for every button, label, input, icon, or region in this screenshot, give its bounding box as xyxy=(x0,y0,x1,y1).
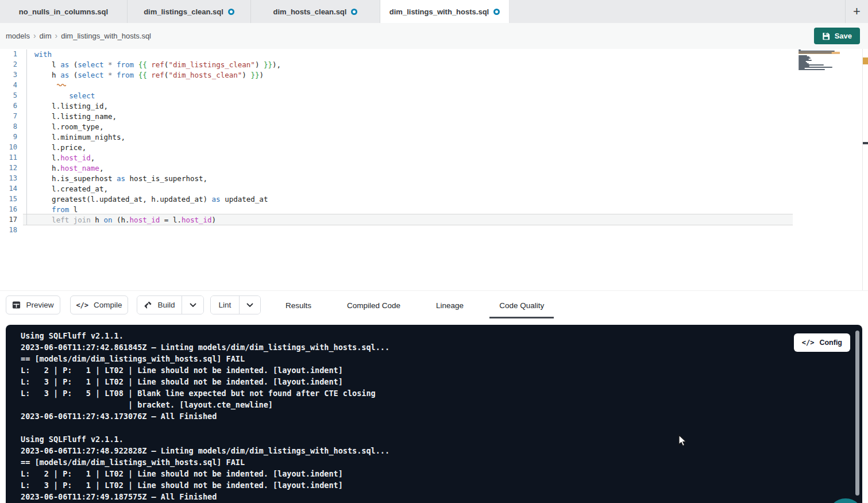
compile-button[interactable]: </> Compile xyxy=(70,295,128,314)
breadcrumb-item-dim: dim xyxy=(40,32,52,40)
build-split-button: Build xyxy=(137,295,204,314)
terminal-line: L: 3 | P: 5 | LT08 | Blank line expected… xyxy=(21,387,389,399)
terminal-line: Using SQLFluff v2.1.1. xyxy=(21,433,389,445)
build-label: Build xyxy=(157,301,175,309)
code-line: 7 l.listing_name, xyxy=(0,111,868,121)
code-line-text: l.host_id, xyxy=(23,153,95,162)
lint-dropdown-button[interactable] xyxy=(239,296,260,314)
preview-label: Preview xyxy=(26,301,53,309)
code-line-text: l.listing_name, xyxy=(23,112,117,121)
code-editor[interactable]: 1with2 l as (select * from {{ ref("dim_l… xyxy=(0,49,868,290)
line-number: 12 xyxy=(0,164,23,172)
code-line: 9 l.minimum_nights, xyxy=(0,132,868,142)
editor-tab-dim-hosts-clean-sql[interactable]: dim_hosts_clean.sql xyxy=(251,0,380,23)
terminal-scrollbar[interactable] xyxy=(855,331,859,496)
line-number: 1 xyxy=(0,50,23,58)
code-line: 16 from l xyxy=(0,204,868,214)
terminal-line: L: 3 | P: 1 | LT02 | Line should not be … xyxy=(21,376,389,387)
overview-ruler xyxy=(862,49,863,290)
config-label: Config xyxy=(819,339,842,347)
unsaved-dot-icon xyxy=(351,9,357,15)
terminal-line: Using SQLFluff v2.1.1. xyxy=(21,330,389,341)
terminal-output[interactable]: Using SQLFluff v2.1.1.2023-06-06T11:27:4… xyxy=(21,330,389,502)
build-dropdown-button[interactable] xyxy=(182,296,203,314)
code-line-text: l.room_type, xyxy=(23,122,103,131)
code-line: 11 l.host_id, xyxy=(0,152,868,163)
tab-bar: no_nulls_in_columns.sqldim_listings_clea… xyxy=(0,0,868,23)
line-number: 15 xyxy=(0,195,23,203)
tab-results[interactable]: Results xyxy=(276,291,321,320)
code-line-text: select xyxy=(23,91,95,100)
build-button[interactable]: Build xyxy=(137,296,182,314)
new-tab-button[interactable]: + xyxy=(845,0,868,23)
editor-tab-dim-listings-with-hosts-sql[interactable]: dim_listings_with_hosts.sql xyxy=(380,0,510,23)
terminal-line: L: 3 | P: 1 | LT02 | Line should not be … xyxy=(21,479,389,491)
code-line-text: from l xyxy=(23,205,78,214)
compile-label: Compile xyxy=(94,301,122,309)
tab-label: dim_listings_with_hosts.sql xyxy=(389,7,489,16)
editor-tab-dim-listings-clean-sql[interactable]: dim_listings_clean.sql xyxy=(128,0,251,23)
tab-label: dim_hosts_clean.sql xyxy=(273,7,347,16)
tab-lineage[interactable]: Lineage xyxy=(426,291,473,320)
code-line-text: l.listing_id, xyxy=(23,102,108,110)
code-line: 6 l.listing_id, xyxy=(0,101,868,111)
code-line: 1with xyxy=(0,49,868,59)
code-line: 14 l.created_at, xyxy=(0,183,868,194)
editor-tab-no-nulls-in-columns-sql[interactable]: no_nulls_in_columns.sql xyxy=(0,0,128,23)
lint-split-button: Lint xyxy=(210,295,261,314)
save-button[interactable]: Save xyxy=(814,28,860,44)
breadcrumb-item-models: models xyxy=(6,32,30,40)
code-line: 17 left join h on (h.host_id = l.host_id… xyxy=(0,214,868,225)
panel-tabs: ResultsCompiled CodeLineageCode Quality xyxy=(276,291,570,320)
tab-label: no_nulls_in_columns.sql xyxy=(19,7,108,16)
breadcrumb-bar: models›dim›dim_listings_with_hosts.sql S… xyxy=(0,23,868,49)
line-number: 5 xyxy=(0,91,23,99)
code-line-text: greatest(l.updated_at, h.updated_at) as … xyxy=(23,195,268,203)
code-line-text: l as (select * from {{ ref("dim_listings… xyxy=(23,60,281,69)
tab-code-quality[interactable]: Code Quality xyxy=(489,291,554,320)
code-line: 4 xyxy=(0,80,868,90)
code-line: 8 l.room_type, xyxy=(0,121,868,132)
terminal-panel: Using SQLFluff v2.1.1.2023-06-06T11:27:4… xyxy=(6,325,862,503)
editor-tabs: no_nulls_in_columns.sqldim_listings_clea… xyxy=(0,0,510,23)
breadcrumb-item-dim-listings-with-hosts-sql: dim_listings_with_hosts.sql xyxy=(61,32,151,40)
line-number: 9 xyxy=(0,133,23,141)
terminal-line: 2023-06-06T11:27:49.187575Z — All Finish… xyxy=(21,491,389,502)
code-line-text: h.is_superhost as host_is_superhost, xyxy=(23,174,207,183)
code-line-text: h.host_name, xyxy=(23,164,103,172)
line-number: 3 xyxy=(0,71,23,79)
minimap-line xyxy=(798,70,840,71)
line-number: 16 xyxy=(0,205,23,213)
code-line: 2 l as (select * from {{ ref("dim_listin… xyxy=(0,59,868,70)
code-line: 18 xyxy=(0,225,868,235)
line-number: 18 xyxy=(0,226,23,234)
preview-button[interactable]: Preview xyxy=(6,295,60,314)
code-line: 10 l.price, xyxy=(0,142,868,152)
line-number: 8 xyxy=(0,122,23,130)
tab-compiled-code[interactable]: Compiled Code xyxy=(337,291,410,320)
terminal-line: 2023-06-06T11:27:42.861845Z — Linting mo… xyxy=(21,341,389,353)
terminal-line: 2023-06-06T11:27:43.173076Z — All Finish… xyxy=(21,410,389,422)
code-line: 13 h.is_superhost as host_is_superhost, xyxy=(0,173,868,183)
lint-button[interactable]: Lint xyxy=(211,296,239,314)
chevron-down-icon xyxy=(246,303,253,308)
unsaved-dot-icon xyxy=(493,9,500,15)
action-bar: Preview </> Compile Build Lint xyxy=(0,290,868,319)
ruler-cursor-marker xyxy=(863,142,868,144)
terminal-line: 2023-06-06T11:27:48.922828Z — Linting mo… xyxy=(21,445,389,456)
breadcrumb: models›dim›dim_listings_with_hosts.sql xyxy=(6,31,151,40)
gutter-change-bar xyxy=(26,49,27,225)
config-button[interactable]: </> Config xyxy=(794,333,850,352)
breadcrumb-chevron-icon: › xyxy=(55,31,58,40)
code-icon: </> xyxy=(76,301,88,309)
code-line: 12 h.host_name, xyxy=(0,163,868,173)
line-number: 2 xyxy=(0,60,23,68)
line-number: 13 xyxy=(0,174,23,182)
code-line: 15 greatest(l.updated_at, h.updated_at) … xyxy=(0,194,868,204)
code-line-text: l.created_at, xyxy=(23,185,108,193)
minimap[interactable] xyxy=(798,49,840,71)
code-line-text: l.minimum_nights, xyxy=(23,133,125,141)
terminal-line: == [models/dim/dim_listings_with_hosts.s… xyxy=(21,353,389,364)
lint-squiggle xyxy=(57,78,66,89)
terminal-line: | bracket. [layout.cte_newline] xyxy=(21,399,389,410)
